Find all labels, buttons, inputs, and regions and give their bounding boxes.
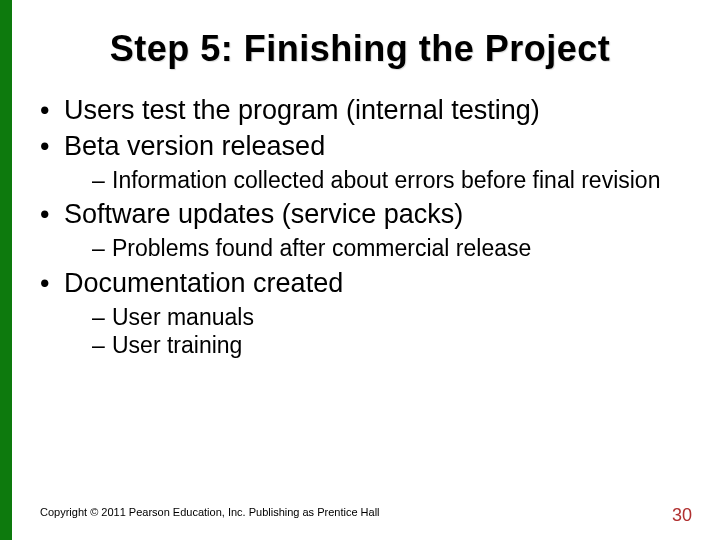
slide-side-accent [0,0,12,540]
list-item: Software updates (service packs) Problem… [40,198,680,263]
list-item: Information collected about errors befor… [92,166,680,195]
bullet-text: Information collected about errors befor… [112,167,660,193]
bullet-text: User manuals [112,304,254,330]
bullet-text: User training [112,332,242,358]
list-item: User training [92,331,680,360]
sub-bullet-list: Problems found after commercial release [64,234,680,263]
list-item: Problems found after commercial release [92,234,680,263]
sub-bullet-list: User manuals User training [64,303,680,361]
slide-content: Step 5: Finishing the Project Users test… [0,0,720,360]
list-item: Beta version released Information collec… [40,130,680,195]
page-number: 30 [672,505,692,526]
bullet-text: Beta version released [64,131,325,161]
list-item: Users test the program (internal testing… [40,94,680,128]
list-item: User manuals [92,303,680,332]
copyright-footer: Copyright © 2011 Pearson Education, Inc.… [40,506,380,518]
bullet-text: Users test the program (internal testing… [64,95,540,125]
bullet-list: Users test the program (internal testing… [40,94,680,360]
bullet-text: Software updates (service packs) [64,199,463,229]
bullet-text: Problems found after commercial release [112,235,531,261]
list-item: Documentation created User manuals User … [40,267,680,360]
sub-bullet-list: Information collected about errors befor… [64,166,680,195]
bullet-text: Documentation created [64,268,343,298]
slide-title: Step 5: Finishing the Project [40,28,680,70]
